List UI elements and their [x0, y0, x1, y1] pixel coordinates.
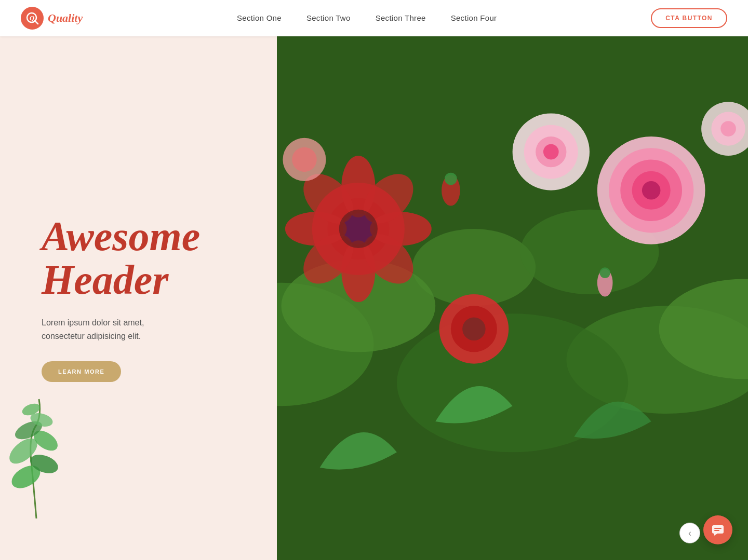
- hero-subtext: Lorem ipsum dolor sit amet, consectetur …: [42, 316, 187, 343]
- learn-more-button[interactable]: LEARN MORE: [42, 361, 121, 382]
- nav-item-section-two[interactable]: Section Two: [306, 13, 351, 23]
- hero-image-bg: [277, 36, 748, 560]
- svg-point-8: [29, 411, 55, 429]
- svg-point-44: [720, 121, 736, 136]
- logo[interactable]: Q Quality: [21, 7, 83, 30]
- svg-point-4: [28, 451, 61, 476]
- slider-prev-button[interactable]: ‹: [679, 523, 700, 543]
- logo-icon: Q: [21, 7, 44, 30]
- plant-decoration: [0, 384, 73, 518]
- nav-item-section-four[interactable]: Section Four: [451, 13, 497, 23]
- svg-point-9: [21, 401, 42, 417]
- svg-rect-78: [714, 530, 719, 531]
- nav-item-section-one[interactable]: Section One: [237, 13, 282, 23]
- svg-point-41: [462, 318, 486, 341]
- svg-rect-77: [714, 528, 722, 529]
- svg-point-50: [599, 267, 610, 278]
- hero-section: Awesome Header Lorem ipsum dolor sit ame…: [0, 36, 748, 560]
- nav-item-section-three[interactable]: Section Three: [376, 13, 426, 23]
- logo-text: Quality: [48, 11, 83, 25]
- svg-point-38: [543, 144, 559, 160]
- svg-point-29: [339, 210, 378, 248]
- svg-point-34: [642, 181, 661, 200]
- svg-line-1: [35, 21, 38, 24]
- cta-button[interactable]: CTA BUTTON: [651, 8, 727, 28]
- svg-point-7: [12, 417, 45, 443]
- svg-point-5: [5, 433, 42, 468]
- hero-image: ‹ ›: [277, 36, 748, 560]
- svg-point-48: [445, 173, 457, 185]
- chat-float-button[interactable]: [703, 515, 732, 544]
- hero-content: Awesome Header Lorem ipsum dolor sit ame…: [0, 36, 277, 560]
- navbar: Q Quality Section One Section Two Sectio…: [0, 0, 748, 36]
- svg-text:Q: Q: [30, 14, 35, 22]
- svg-rect-76: [712, 525, 724, 534]
- svg-point-3: [8, 461, 44, 493]
- chat-icon: [711, 523, 725, 537]
- hero-heading: Awesome Header: [42, 214, 246, 302]
- nav-links: Section One Section Two Section Three Se…: [237, 13, 497, 23]
- svg-point-6: [30, 427, 61, 455]
- svg-point-46: [292, 147, 316, 172]
